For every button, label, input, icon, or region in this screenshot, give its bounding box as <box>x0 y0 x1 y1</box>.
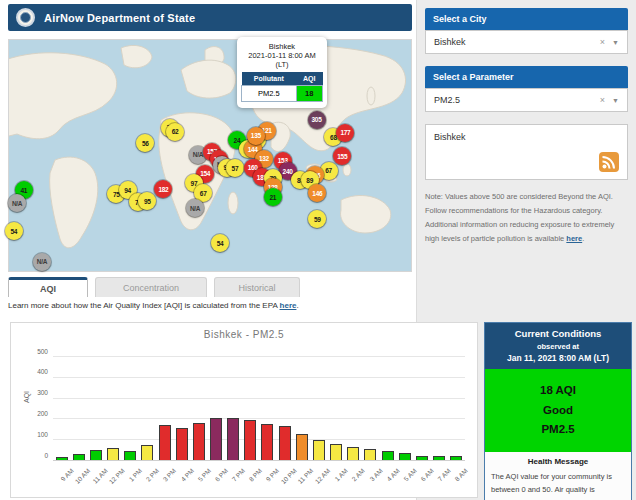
current-aqi-category: Good <box>489 401 627 421</box>
parameter-select-value: PM2.5 <box>434 95 600 105</box>
x-axis-tick: 1 PM <box>124 461 136 491</box>
aqi-marker[interactable]: 59 <box>308 210 326 228</box>
x-axis-tick: 6 AM <box>416 461 428 491</box>
epa-link[interactable]: here <box>280 301 297 310</box>
chart-bar[interactable] <box>450 456 462 460</box>
world-aqi-map[interactable]: 41N/A54N/A75947695567762182N/A157158154N… <box>8 39 412 272</box>
parameter-select[interactable]: PM2.5 × ▼ <box>425 88 628 112</box>
chart-bar[interactable] <box>56 457 68 460</box>
chart-bar[interactable] <box>141 445 153 460</box>
popup-col-aqi: AQI <box>296 72 322 86</box>
aqi-marker[interactable]: 305 <box>308 111 326 129</box>
x-axis-labels: 9 AM10 AM11 AM12 PM1 PM2 PM3 PM4 PM5 PM6… <box>53 461 465 491</box>
chart-bar[interactable] <box>416 456 428 460</box>
y-axis-tick: 200 <box>37 409 53 416</box>
y-axis-tick: 100 <box>37 430 53 437</box>
aqi-marker[interactable]: N/A <box>8 194 26 212</box>
chevron-down-icon[interactable]: ▼ <box>612 97 619 104</box>
view-tabs: AQI Concentration Historical <box>8 277 412 297</box>
city-panel: Select a City Bishkek × ▼ <box>425 8 628 54</box>
observed-time: Jan 11, 2021 8:00 AM (LT) <box>489 353 627 363</box>
parameter-panel-title: Select a Parameter <box>425 66 628 88</box>
chart-bar[interactable] <box>399 453 411 460</box>
y-axis-tick: 500 <box>37 347 53 354</box>
city-feed-box: Bishkek <box>425 124 628 180</box>
popup-timezone: (LT) <box>241 60 323 69</box>
health-message-text: The AQI value for your community is betw… <box>491 470 625 500</box>
aqi-marker[interactable]: N/A <box>186 199 204 217</box>
popup-city: Bishkek <box>241 42 323 51</box>
chart-title: Bishkek - PM2.5 <box>11 329 477 340</box>
chevron-down-icon[interactable]: ▼ <box>612 39 619 46</box>
chart-bar[interactable] <box>244 420 256 460</box>
note-body: Note: Values above 500 are considered Be… <box>425 192 614 243</box>
chart-bar[interactable] <box>433 456 445 460</box>
chart-bar[interactable] <box>90 450 102 460</box>
chart-bar[interactable] <box>347 447 359 460</box>
x-axis-tick: 10 AM <box>73 461 85 491</box>
airnow-page: AirNow Department of State 41N/A54N/ <box>0 0 636 500</box>
feed-city-label: Bishkek <box>434 132 466 142</box>
aqi-marker[interactable]: 57 <box>226 159 244 177</box>
rss-icon[interactable] <box>599 152 619 172</box>
tab-historical[interactable]: Historical <box>214 277 300 297</box>
aqi-marker[interactable]: N/A <box>33 253 51 271</box>
aqi-marker[interactable]: 62 <box>166 123 184 141</box>
clear-parameter-icon[interactable]: × <box>600 95 605 105</box>
chart-bar[interactable] <box>210 418 222 460</box>
seal-inner <box>20 12 31 23</box>
clear-city-icon[interactable]: × <box>600 37 605 47</box>
x-axis-tick: 11 PM <box>296 461 308 491</box>
chart-bar[interactable] <box>296 434 308 460</box>
aqi-marker[interactable]: 182 <box>154 180 172 198</box>
chart-bar[interactable] <box>279 426 291 460</box>
x-axis-tick: 8 PM <box>244 461 256 491</box>
aqi-marker[interactable]: 56 <box>136 134 154 152</box>
chart-bar[interactable] <box>159 425 171 460</box>
aqi-marker[interactable]: 146 <box>308 184 326 202</box>
x-axis-tick: 7 AM <box>433 461 445 491</box>
aqi-marker[interactable]: 177 <box>336 124 354 142</box>
chart-plot-area: 0100200300400500 9 AM10 AM11 AM12 PM1 PM… <box>53 357 465 461</box>
city-select[interactable]: Bishkek × ▼ <box>425 30 628 54</box>
chart-bar[interactable] <box>261 424 273 460</box>
current-conditions-header: Current Conditions observed at Jan 11, 2… <box>485 323 631 369</box>
chart-bar[interactable] <box>73 454 85 460</box>
chart-bar[interactable] <box>107 448 119 460</box>
chart-bar[interactable] <box>330 444 342 460</box>
x-axis-tick: 2 PM <box>141 461 153 491</box>
aqi-marker[interactable]: 95 <box>138 192 156 210</box>
current-conditions-title: Current Conditions <box>489 328 627 339</box>
chart-bar[interactable] <box>124 451 136 460</box>
x-axis-tick: 4 AM <box>382 461 394 491</box>
x-axis-tick: 3 AM <box>364 461 376 491</box>
tab-concentration[interactable]: Concentration <box>95 277 207 297</box>
chart-bar[interactable] <box>227 418 239 460</box>
x-axis-tick: 12 PM <box>107 461 119 491</box>
note-suffix: . <box>582 234 584 243</box>
aqi-marker[interactable]: 21 <box>264 188 282 206</box>
bar-series <box>53 357 465 461</box>
health-message-section: Health Message The AQI value for your co… <box>485 452 631 500</box>
x-axis-tick: 8 AM <box>450 461 462 491</box>
current-conditions-panel: Current Conditions observed at Jan 11, 2… <box>484 322 632 500</box>
chart-bar[interactable] <box>364 449 376 460</box>
aqi-marker[interactable]: 54 <box>211 234 229 252</box>
tab-aqi[interactable]: AQI <box>8 277 88 297</box>
chart-bar[interactable] <box>313 440 325 460</box>
app-header: AirNow Department of State <box>8 4 412 31</box>
learn-more-text: Learn more about how the Air Quality Ind… <box>8 301 412 310</box>
aqi-marker[interactable]: 155 <box>333 147 351 165</box>
current-aqi-value: 18 AQI <box>489 381 627 401</box>
x-axis-tick: 9 PM <box>261 461 273 491</box>
chart-bar[interactable] <box>193 423 205 460</box>
app-title: AirNow Department of State <box>44 12 195 24</box>
aqi-marker[interactable]: 135 <box>247 127 265 145</box>
x-axis-tick: 11 AM <box>90 461 102 491</box>
aqi-marker[interactable]: 54 <box>5 222 23 240</box>
chart-bar[interactable] <box>382 451 394 460</box>
y-axis-tick: 400 <box>37 368 53 375</box>
chart-bar[interactable] <box>176 428 188 460</box>
y-axis-label: AQI <box>23 391 30 403</box>
note-here-link[interactable]: here <box>566 234 582 243</box>
